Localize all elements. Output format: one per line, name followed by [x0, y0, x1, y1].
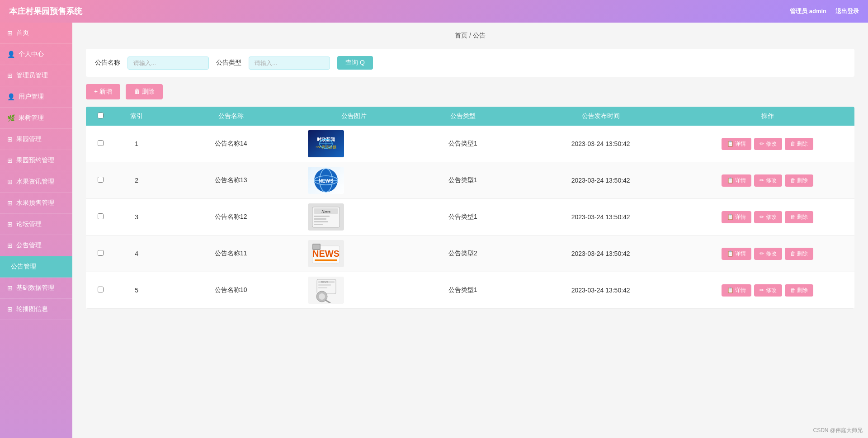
type-search-input[interactable] [249, 57, 330, 70]
row-index: 3 [115, 199, 158, 235]
svg-text:news: news [321, 280, 328, 284]
home-icon: ⊞ [7, 29, 13, 37]
sidebar-label-fruit-tree: 果树管理 [19, 114, 44, 122]
delete-row-button[interactable]: 🗑 删除 [785, 284, 813, 297]
sidebar-label-admin-mgmt: 管理员管理 [16, 71, 48, 80]
sidebar-label-announcement-sub: 公告管理 [11, 263, 36, 271]
name-search-label: 公告名称 [95, 59, 120, 67]
sidebar-item-carousel[interactable]: ⊞ 轮播图信息 [0, 299, 72, 320]
user-icon: 👤 [7, 93, 15, 100]
sidebar-label-base-data: 基础数据管理 [16, 284, 54, 292]
delete-row-button[interactable]: 🗑 删除 [785, 248, 813, 260]
sidebar-label-carousel: 轮播图信息 [16, 305, 48, 313]
main-content: 首页 / 公告 公告名称 公告类型 查询 Q + 新增 🗑 删除 索引 [72, 23, 868, 438]
row-name: 公告名称13 [158, 162, 303, 199]
svg-point-29 [319, 293, 325, 300]
select-all-checkbox[interactable] [98, 113, 104, 118]
search-bar: 公告名称 公告类型 查询 Q [86, 49, 854, 77]
announcement-icon: ⊞ [7, 242, 13, 249]
header-right: 管理员 admin 退出登录 [790, 7, 859, 15]
row-image: news [303, 272, 405, 309]
detail-button[interactable]: 📋 详情 [722, 138, 751, 150]
svg-rect-14 [314, 216, 330, 217]
row-actions: 📋 详情 ✏ 修改 🗑 删除 [680, 235, 854, 272]
logout-button[interactable]: 退出登录 [835, 7, 859, 15]
col-index: 索引 [115, 107, 158, 126]
batch-delete-button[interactable]: 🗑 删除 [126, 84, 163, 99]
delete-row-button[interactable]: 🗑 删除 [785, 138, 813, 150]
table-row: 1 公告名称14 时政新闻 365资讯播报 公告类型1 2023-03 [86, 126, 854, 162]
delete-row-button[interactable]: 🗑 删除 [785, 174, 813, 187]
row-name: 公告名称11 [158, 235, 303, 272]
sidebar-item-fruit-tree[interactable]: 🌿 果树管理 [0, 108, 72, 129]
breadcrumb-current: 公告 [473, 32, 486, 39]
sidebar-item-fruit-presale[interactable]: ⊞ 水果预售管理 [0, 193, 72, 214]
svg-rect-25 [318, 284, 331, 286]
sidebar-item-base-data[interactable]: ⊞ 基础数据管理 [0, 278, 72, 299]
sidebar: ⊞ 首页 👤 个人中心 ⊞ 管理员管理 👤 用户管理 🌿 果树管理 ⊞ 果园管理… [0, 23, 72, 438]
sidebar-item-orchard[interactable]: ⊞ 果园管理 [0, 129, 72, 150]
row-checkbox[interactable] [98, 213, 104, 219]
row-checkbox[interactable] [98, 287, 104, 292]
col-action: 操作 [680, 107, 854, 126]
footer-watermark: CSDN @伟庭大师兄 [813, 427, 863, 434]
sidebar-item-orchard-booking[interactable]: ⊞ 果园预约管理 [0, 150, 72, 171]
sidebar-item-forum[interactable]: ⊞ 论坛管理 [0, 214, 72, 235]
sidebar-item-announcement-parent[interactable]: ⊞ 公告管理 [0, 235, 72, 256]
svg-rect-22 [313, 245, 320, 249]
row-type: 公告类型2 [405, 235, 521, 272]
svg-text:NEWS: NEWS [312, 249, 340, 259]
row-time: 2023-03-24 13:50:42 [521, 199, 680, 235]
row-name: 公告名称10 [158, 272, 303, 309]
fruit-info-icon: ⊞ [7, 178, 13, 185]
sidebar-item-announcement-sub[interactable]: 公告管理 [0, 256, 72, 278]
delete-row-button[interactable]: 🗑 删除 [785, 211, 813, 223]
name-search-input[interactable] [127, 57, 209, 70]
row-image: News [303, 199, 405, 235]
detail-button[interactable]: 📋 详情 [722, 248, 751, 260]
query-button[interactable]: 查询 Q [337, 56, 373, 70]
breadcrumb-home: 首页 [455, 32, 467, 39]
detail-button[interactable]: 📋 详情 [722, 211, 751, 223]
sidebar-item-user-mgmt[interactable]: 👤 用户管理 [0, 86, 72, 108]
edit-button[interactable]: ✏ 修改 [754, 211, 782, 223]
edit-button[interactable]: ✏ 修改 [754, 284, 782, 297]
admin-icon: ⊞ [7, 72, 13, 79]
edit-button[interactable]: ✏ 修改 [754, 138, 782, 150]
sidebar-label-orchard: 果园管理 [16, 135, 42, 143]
sidebar-label-fruit-info: 水果资讯管理 [16, 178, 54, 186]
sidebar-label-announcement: 公告管理 [16, 241, 42, 250]
sidebar-item-admin-mgmt[interactable]: ⊞ 管理员管理 [0, 65, 72, 86]
row-index: 2 [115, 162, 158, 199]
sidebar-item-home[interactable]: ⊞ 首页 [0, 23, 72, 44]
row-checkbox[interactable] [98, 177, 104, 183]
carousel-icon: ⊞ [7, 306, 13, 313]
breadcrumb-separator: / [469, 32, 471, 39]
add-button[interactable]: + 新增 [86, 84, 120, 99]
row-actions: 📋 详情 ✏ 修改 🗑 删除 [680, 162, 854, 199]
row-name: 公告名称14 [158, 126, 303, 162]
type-search-label: 公告类型 [216, 59, 241, 67]
edit-button[interactable]: ✏ 修改 [754, 174, 782, 187]
detail-button[interactable]: 📋 详情 [722, 174, 751, 187]
edit-button[interactable]: ✏ 修改 [754, 248, 782, 260]
row-type: 公告类型1 [405, 199, 521, 235]
sidebar-item-profile[interactable]: 👤 个人中心 [0, 44, 72, 65]
sidebar-label-orchard-booking: 果园预约管理 [16, 156, 54, 165]
row-time: 2023-03-24 13:50:42 [521, 272, 680, 309]
row-checkbox[interactable] [98, 140, 104, 146]
table-row: 5 公告名称10 news 公告类型1 [86, 272, 854, 309]
sidebar-item-fruit-info[interactable]: ⊞ 水果资讯管理 [0, 171, 72, 193]
svg-text:News: News [321, 209, 330, 214]
row-index: 5 [115, 272, 158, 309]
row-checkbox[interactable] [98, 250, 104, 256]
breadcrumb: 首页 / 公告 [86, 32, 854, 40]
row-time: 2023-03-24 13:50:42 [521, 235, 680, 272]
svg-rect-15 [314, 218, 326, 220]
table-row: 4 公告名称11 NEWS 公告类型2 2023-03-24 13:50:42 [86, 235, 854, 272]
col-image: 公告图片 [303, 107, 405, 126]
detail-button[interactable]: 📋 详情 [722, 284, 751, 297]
layout: ⊞ 首页 👤 个人中心 ⊞ 管理员管理 👤 用户管理 🌿 果树管理 ⊞ 果园管理… [0, 23, 868, 438]
sidebar-label-forum: 论坛管理 [16, 220, 42, 228]
row-time: 2023-03-24 13:50:42 [521, 162, 680, 199]
